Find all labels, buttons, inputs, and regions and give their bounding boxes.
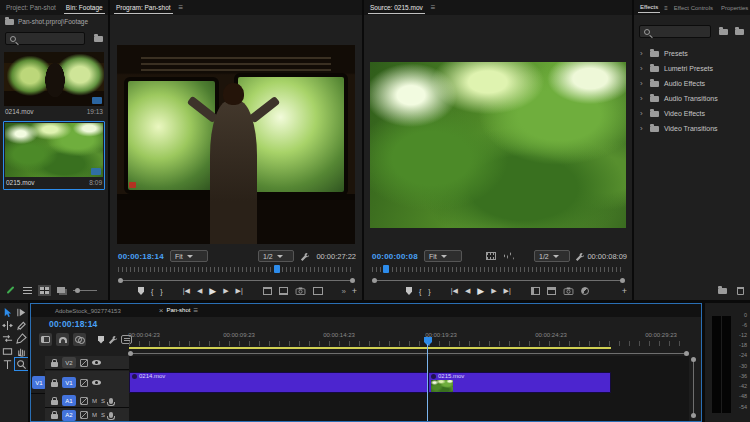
solo-button[interactable]: S bbox=[101, 398, 105, 404]
scrollbar-handle-right[interactable] bbox=[620, 278, 625, 283]
track-button-v2[interactable]: V2 bbox=[62, 357, 76, 368]
32bit-effects-filter-icon[interactable] bbox=[735, 29, 744, 35]
panel-menu-icon[interactable]: ≡ bbox=[431, 3, 436, 12]
pen-tool[interactable] bbox=[15, 332, 28, 344]
button-editor-overflow-icon[interactable]: » bbox=[342, 287, 346, 296]
timeline-h-scrollbar[interactable] bbox=[131, 353, 684, 354]
play-button[interactable]: ▶ bbox=[209, 286, 216, 296]
timeline-timecode[interactable]: 00:00:18:14 bbox=[49, 319, 98, 329]
add-marker-icon[interactable] bbox=[406, 287, 412, 295]
clip-name[interactable]: 0214.mov bbox=[5, 108, 34, 115]
bin-up-icon[interactable] bbox=[5, 19, 14, 25]
source-patch-v1[interactable]: V1 bbox=[32, 376, 46, 389]
source-resolution-dropdown[interactable]: 1/2 bbox=[534, 250, 570, 262]
timeline-clip-0214[interactable]: 0214.mov bbox=[129, 372, 428, 393]
sync-lock-icon[interactable] bbox=[80, 411, 88, 419]
search-bin-icon[interactable] bbox=[94, 36, 103, 42]
disclosure-chevron-icon[interactable]: › bbox=[640, 64, 645, 73]
go-to-out-button[interactable]: ▶| bbox=[236, 287, 243, 295]
effects-folder-video-transitions[interactable]: › Video Transitions bbox=[634, 121, 750, 136]
track-button-a2[interactable]: A2 bbox=[62, 410, 76, 421]
icon-view-icon[interactable] bbox=[40, 287, 49, 294]
zoom-slider[interactable] bbox=[73, 290, 97, 291]
program-timecode[interactable]: 00:00:18:14 bbox=[118, 252, 164, 261]
panel-menu-icon[interactable]: ≡ bbox=[193, 306, 198, 315]
list-view-icon[interactable] bbox=[23, 287, 32, 294]
button-editor-plus-icon[interactable]: + bbox=[352, 286, 357, 296]
tab-sequence-pan-shot[interactable]: × Pan-shot ≡ bbox=[157, 304, 200, 317]
sync-lock-icon[interactable] bbox=[80, 379, 88, 387]
hand-tool[interactable] bbox=[15, 345, 28, 357]
mark-in-button[interactable]: { bbox=[419, 288, 421, 295]
timeline-playhead-line[interactable] bbox=[427, 344, 428, 422]
scrollbar-handle-right[interactable] bbox=[350, 278, 355, 283]
sync-lock-icon[interactable] bbox=[80, 397, 88, 405]
go-to-out-button[interactable]: ▶| bbox=[504, 287, 511, 295]
voiceover-record-icon[interactable] bbox=[109, 398, 113, 404]
step-forward-button[interactable]: ▶ bbox=[223, 287, 228, 295]
sync-lock-icon[interactable] bbox=[80, 359, 88, 367]
selection-tool[interactable] bbox=[1, 306, 14, 318]
button-editor-plus-icon[interactable]: + bbox=[622, 286, 627, 296]
effects-folder-audio-effects[interactable]: › Audio Effects bbox=[634, 76, 750, 91]
source-fit-dropdown[interactable]: Fit bbox=[424, 250, 462, 262]
lock-icon[interactable] bbox=[51, 400, 58, 405]
program-fit-dropdown[interactable]: Fit bbox=[170, 250, 208, 262]
comparison-view-icon[interactable] bbox=[313, 287, 323, 295]
tab-program[interactable]: Program: Pan-shot bbox=[114, 2, 173, 14]
mark-in-button[interactable]: { bbox=[151, 288, 153, 295]
razor-tool[interactable] bbox=[15, 319, 28, 331]
mute-button[interactable]: M bbox=[92, 398, 97, 404]
freeform-view-icon[interactable] bbox=[57, 287, 65, 293]
project-clip-0215[interactable]: 0215.mov 8:09 bbox=[3, 121, 105, 190]
settings-wrench-icon[interactable] bbox=[300, 252, 309, 261]
export-frame-icon[interactable] bbox=[295, 287, 306, 295]
source-scrub-bar[interactable] bbox=[372, 267, 624, 272]
disclosure-chevron-icon[interactable]: › bbox=[640, 49, 645, 58]
effects-search-input[interactable] bbox=[654, 28, 714, 35]
add-marker-icon[interactable] bbox=[98, 336, 104, 344]
panel-menu-icon[interactable]: ≡ bbox=[179, 3, 184, 12]
step-forward-button[interactable]: ▶ bbox=[491, 287, 496, 295]
scrollbar-handle-bottom[interactable] bbox=[691, 413, 696, 418]
tab-bin-footage[interactable]: Bin: Footage bbox=[64, 2, 105, 14]
toggle-track-output-icon[interactable] bbox=[92, 380, 101, 385]
clip-name[interactable]: 0215.mov bbox=[6, 179, 35, 186]
go-to-in-button[interactable]: |◀ bbox=[183, 287, 190, 295]
settings-wrench-icon[interactable] bbox=[575, 252, 584, 261]
tab-sequence-adobestock[interactable]: AdobeStock_902774153 bbox=[53, 306, 123, 316]
slip-tool[interactable] bbox=[1, 332, 14, 344]
program-resolution-dropdown[interactable]: 1/2 bbox=[258, 250, 294, 262]
disclosure-chevron-icon[interactable]: › bbox=[640, 79, 645, 88]
accelerated-effects-filter-icon[interactable] bbox=[719, 29, 728, 35]
project-search-input[interactable] bbox=[20, 35, 80, 42]
zoom-tool[interactable] bbox=[15, 358, 28, 370]
tab-effects[interactable]: Effects bbox=[638, 2, 660, 13]
source-timecode[interactable]: 00:00:00:08 bbox=[372, 252, 418, 261]
close-icon[interactable]: × bbox=[159, 306, 164, 315]
writable-pencil-icon[interactable] bbox=[7, 286, 15, 294]
new-custom-bin-icon[interactable] bbox=[718, 288, 727, 294]
track-select-forward-tool[interactable] bbox=[15, 306, 28, 318]
work-area-bar[interactable] bbox=[129, 347, 611, 349]
play-button[interactable]: ▶ bbox=[477, 286, 484, 296]
timeline-v-scrollbar[interactable] bbox=[693, 360, 694, 414]
toggle-track-output-icon[interactable] bbox=[92, 360, 101, 365]
scrollbar-handle-top[interactable] bbox=[691, 357, 696, 362]
program-scrub-bar[interactable] bbox=[118, 267, 354, 272]
program-scrollbar[interactable] bbox=[120, 280, 352, 281]
disclosure-chevron-icon[interactable]: › bbox=[640, 124, 645, 133]
step-back-button[interactable]: ◀ bbox=[197, 287, 202, 295]
rectangle-tool[interactable] bbox=[1, 345, 14, 357]
extract-icon[interactable] bbox=[279, 287, 288, 295]
type-tool[interactable] bbox=[1, 358, 14, 370]
tab-properties[interactable]: Properties bbox=[719, 3, 750, 13]
step-back-button[interactable]: ◀ bbox=[465, 287, 470, 295]
lift-icon[interactable] bbox=[263, 287, 272, 295]
drag-video-only-icon[interactable] bbox=[486, 252, 496, 260]
delete-icon[interactable] bbox=[737, 287, 744, 295]
mark-out-button[interactable]: } bbox=[160, 288, 162, 295]
tab-effect-controls[interactable]: Effect Controls bbox=[672, 3, 715, 13]
timeline-clip-0215[interactable]: 0215.mov bbox=[428, 372, 611, 393]
timeline-ruler[interactable]: 00:00:04:23 00:00:09:23 00:00:14:23 00:0… bbox=[129, 332, 689, 350]
